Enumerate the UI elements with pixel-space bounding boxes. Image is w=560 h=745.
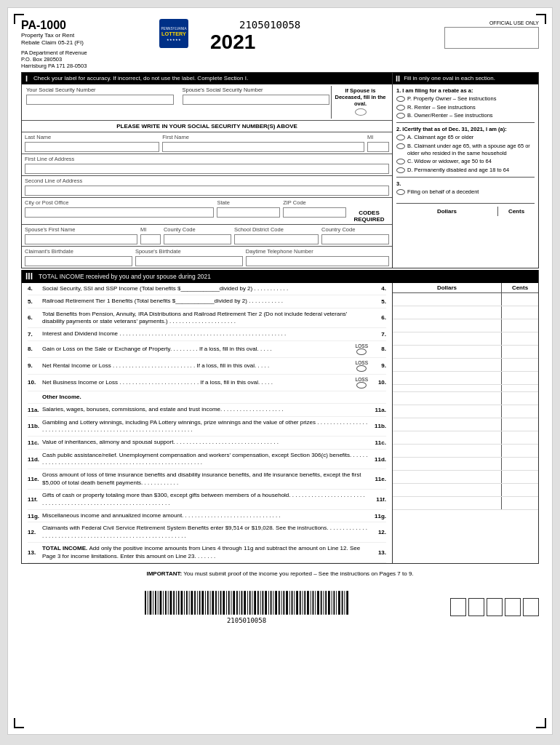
svg-rect-67 [311,591,311,615]
svg-rect-34 [223,591,225,615]
oval-d[interactable] [396,167,405,173]
svg-rect-44 [249,591,251,615]
svg-rect-30 [212,591,214,615]
barcode-number: 2105010058 [227,617,266,624]
last-name-input[interactable] [25,142,159,152]
first-address-row: First Line of Address [22,154,392,176]
loss-indicator-10: LOSS [356,377,368,389]
svg-rect-65 [304,591,305,615]
ssn-input[interactable] [26,95,174,105]
loss-oval-9[interactable] [356,365,367,372]
first-name-input[interactable] [162,142,364,152]
city-row: City or Post Office State ZIP Code CODES… [22,198,392,225]
ssn-label: Your Social Security Number [26,87,174,93]
option-a: A. Claimant age 65 or older [396,134,535,141]
svg-rect-18 [180,591,183,615]
svg-rect-48 [260,591,261,615]
svg-rect-46 [254,591,256,615]
amount-row-6 [393,319,538,332]
first-address-input[interactable] [25,164,389,174]
form-page: PA-1000 Property Tax or Rent Rebate Clai… [7,7,553,735]
income-line-7: 7. Interest and Dividend Income . . . . … [28,328,386,340]
second-address-input[interactable] [25,186,389,196]
daytime-phone-input[interactable] [246,256,389,266]
svg-rect-28 [207,591,209,615]
loss-oval-8[interactable] [356,348,367,355]
barcode-svg [145,590,348,615]
oval-b2[interactable] [396,143,405,149]
svg-rect-81 [346,591,348,615]
county-code-input[interactable] [164,234,231,244]
zip-input[interactable] [283,207,346,218]
section-iii: III TOTAL INCOME received by you and you… [21,270,539,564]
oval-b[interactable] [396,113,405,119]
svg-rect-27 [205,591,206,615]
corner-bl [14,718,24,728]
amount-row-11c [393,418,538,431]
income-line-11e: 11e. Gross amount of loss of time insura… [28,469,386,490]
ssn-field: Your Social Security Number [25,86,175,119]
svg-rect-26 [201,591,204,615]
ssn-row: Your Social Security Number Spouse's Soc… [22,84,392,121]
spouse-birthdate-input[interactable] [135,256,243,266]
svg-rect-5 [148,591,148,615]
income-line-9: 9. Net Rental Income or Loss . . . . . .… [28,358,386,375]
oval-r[interactable] [396,105,405,111]
amount-row-11b [393,405,538,418]
second-address-row: Second Line of Address [22,176,392,198]
income-line-5: 5. Railroad Retirement Tier 1 Benefits (… [28,295,386,308]
svg-rect-47 [257,591,259,615]
q3-label: 3. [396,180,535,187]
oval-a[interactable] [396,135,405,140]
amount-row-11e [393,445,538,458]
svg-rect-43 [247,591,248,615]
form-year: 2021 [210,31,300,54]
oval-p[interactable] [396,96,405,102]
mi-input[interactable] [367,142,389,152]
svg-rect-16 [176,591,177,615]
section-ii: II Fill in only one oval in each section… [393,73,538,268]
box-5 [523,598,539,616]
boxes-area [450,598,539,616]
svg-rect-22 [191,591,193,615]
spouse-first-name-input[interactable] [25,234,137,244]
spouse-mi-field: MI [140,226,161,244]
state-input[interactable] [217,207,280,218]
city-input[interactable] [25,207,214,218]
svg-rect-36 [228,591,230,615]
svg-rect-10 [160,591,162,615]
spouse-ssn-input[interactable] [183,95,330,105]
deceased-oval[interactable] [355,108,367,116]
amounts-col-header: Dollars Cents [393,283,538,293]
barcode-container: 2105010058 [145,590,348,624]
svg-rect-37 [231,591,232,615]
school-district-input[interactable] [234,234,319,244]
income-line-11c: 11c. Value of inheritances, alimony and … [28,437,386,449]
svg-rect-35 [226,591,227,615]
svg-rect-11 [163,591,164,615]
spouse-row: Spouse's First Name MI County Code Schoo… [22,225,392,247]
svg-rect-32 [218,591,219,615]
svg-rect-72 [323,591,324,615]
oval-c[interactable] [396,159,405,164]
amount-row-4 [393,293,538,306]
income-line-8: 8. Gain or Loss on the Sale or Exchange … [28,341,386,358]
amount-row-13 [393,497,538,510]
country-code-input[interactable] [321,234,389,244]
state-field: State [217,199,280,218]
svg-rect-66 [307,591,309,615]
svg-rect-55 [279,591,280,615]
amount-row-11f [393,458,538,471]
form-header: PA-1000 Property Tax or Rent Rebate Clai… [21,19,539,69]
svg-rect-9 [158,591,159,615]
oval-q3[interactable] [396,189,405,195]
svg-rect-6 [150,591,152,615]
loss-oval-10[interactable] [356,382,367,389]
option-q3: Filing on behalf of a decedent [396,188,535,196]
claimant-birthdate-input[interactable] [25,256,132,266]
svg-rect-21 [189,591,190,615]
svg-rect-77 [336,591,337,615]
option-d: D. Permanently disabled and age 18 to 64 [396,167,535,174]
spouse-mi-input[interactable] [140,234,161,244]
svg-rect-54 [275,591,277,615]
